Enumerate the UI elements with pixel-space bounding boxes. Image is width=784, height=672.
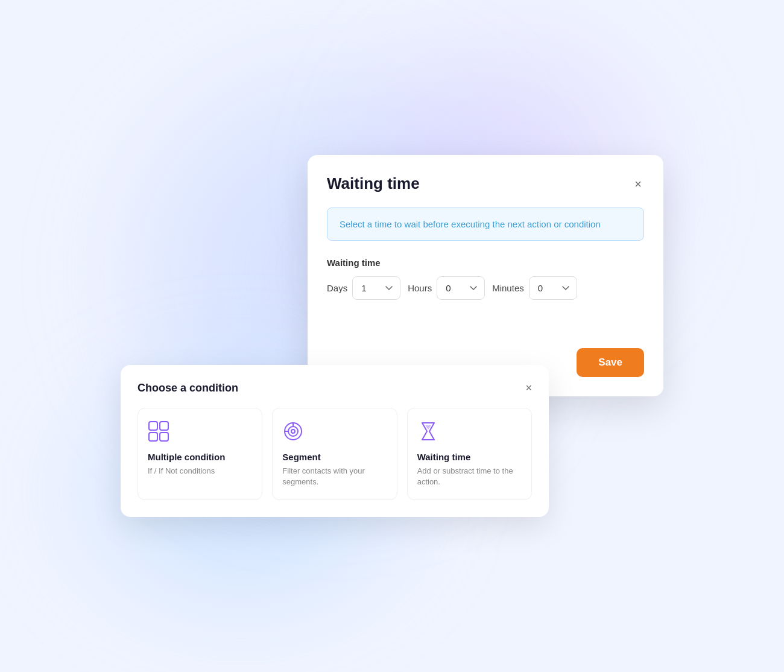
- multiple-condition-title: Multiple condition: [148, 452, 252, 462]
- multiple-condition-icon: [148, 420, 252, 445]
- days-select[interactable]: 0 1 2 3 5 7 14 30: [352, 276, 400, 300]
- waiting-time-card-desc: Add or substract time to the action.: [417, 466, 522, 487]
- condition-panel: Choose a condition × Multiple condition …: [121, 365, 549, 517]
- segment-desc: Filter contacts with your segments.: [282, 466, 387, 487]
- svg-rect-0: [149, 422, 157, 430]
- condition-cards: Multiple condition If / If Not condition…: [138, 408, 532, 500]
- segment-title: Segment: [282, 452, 387, 462]
- svg-rect-1: [160, 422, 168, 430]
- condition-card-waiting[interactable]: Waiting time Add or substract time to th…: [407, 408, 532, 500]
- section-label: Waiting time: [327, 258, 644, 268]
- days-label: Days: [327, 283, 347, 293]
- info-banner-text: Select a time to wait before executing t…: [340, 218, 631, 230]
- modal-title: Waiting time: [327, 174, 420, 193]
- svg-rect-3: [160, 433, 168, 441]
- svg-point-6: [291, 430, 295, 433]
- multiple-condition-desc: If / If Not conditions: [148, 466, 252, 477]
- waiting-time-card-title: Waiting time: [417, 452, 522, 462]
- minutes-select[interactable]: 0 5 10 15 20 30 45: [529, 276, 577, 300]
- condition-card-segment[interactable]: Segment Filter contacts with your segmen…: [272, 408, 397, 500]
- modal-header: Waiting time ×: [327, 174, 644, 193]
- save-button[interactable]: Save: [577, 348, 644, 377]
- svg-rect-2: [149, 433, 157, 441]
- minutes-label: Minutes: [492, 283, 524, 293]
- info-banner: Select a time to wait before executing t…: [327, 208, 644, 241]
- hours-label: Hours: [408, 283, 432, 293]
- modal-close-button[interactable]: ×: [632, 176, 644, 192]
- hours-select[interactable]: 0 1 2 3 4 6 12: [437, 276, 485, 300]
- segment-icon: [282, 420, 387, 445]
- hours-unit: Hours 0 1 2 3 4 6 12: [408, 276, 485, 300]
- panel-close-button[interactable]: ×: [525, 382, 532, 395]
- scene-container: Waiting time × Select a time to wait bef…: [121, 155, 663, 517]
- svg-point-5: [288, 426, 298, 436]
- panel-header: Choose a condition ×: [138, 382, 532, 395]
- waiting-time-icon: [417, 420, 522, 445]
- panel-title: Choose a condition: [138, 382, 238, 395]
- condition-card-multiple[interactable]: Multiple condition If / If Not condition…: [138, 408, 262, 500]
- days-unit: Days 0 1 2 3 5 7 14 30: [327, 276, 400, 300]
- time-selectors: Days 0 1 2 3 5 7 14 30 Hours 0 1 2: [327, 276, 644, 300]
- minutes-unit: Minutes 0 5 10 15 20 30 45: [492, 276, 577, 300]
- waiting-time-modal: Waiting time × Select a time to wait bef…: [308, 155, 663, 396]
